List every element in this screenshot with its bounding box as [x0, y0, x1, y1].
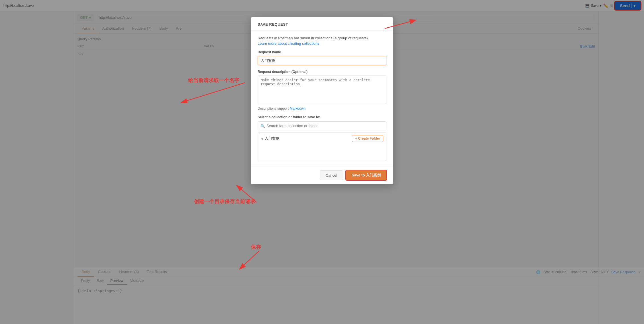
- request-name-label: Request name: [258, 50, 386, 54]
- collection-arrow-icon: ◀: [261, 137, 263, 140]
- collection-item[interactable]: ◀ 入门案例 + Create Folder: [258, 133, 386, 144]
- collection-list: ◀ 入门案例 + Create Folder: [258, 133, 386, 161]
- request-name-input[interactable]: [258, 56, 386, 65]
- save-to-collection-button[interactable]: Save to 入门案例: [346, 170, 386, 180]
- markdown-link[interactable]: Markdown: [290, 107, 305, 111]
- description-group: Request description (Optional): [258, 70, 386, 105]
- collection-name: 入门案例: [265, 136, 350, 141]
- search-box-wrap: 🔍: [258, 121, 386, 130]
- learn-more-link[interactable]: Learn more about creating collections: [258, 41, 319, 46]
- collection-search-input[interactable]: [258, 121, 386, 130]
- modal-title: SAVE REQUEST: [258, 22, 288, 27]
- modal-overlay: SAVE REQUEST Requests in Postman are sav…: [0, 0, 644, 324]
- search-icon: 🔍: [260, 124, 265, 128]
- cancel-button[interactable]: Cancel: [320, 170, 343, 180]
- modal-header: SAVE REQUEST: [251, 17, 393, 31]
- description-textarea[interactable]: [258, 76, 386, 104]
- description-label: Request description (Optional): [258, 70, 386, 74]
- collection-section-label: Select a collection or folder to save to…: [258, 115, 386, 119]
- save-request-modal: SAVE REQUEST Requests in Postman are sav…: [251, 17, 393, 184]
- modal-footer: Cancel Save to 入门案例: [251, 166, 393, 184]
- request-name-group: Request name: [258, 50, 386, 65]
- markdown-note: Descriptions support Markdown: [258, 107, 386, 111]
- create-folder-button[interactable]: + Create Folder: [352, 135, 383, 142]
- modal-body: Requests in Postman are saved in collect…: [251, 31, 393, 166]
- modal-info-text: Requests in Postman are saved in collect…: [258, 36, 386, 40]
